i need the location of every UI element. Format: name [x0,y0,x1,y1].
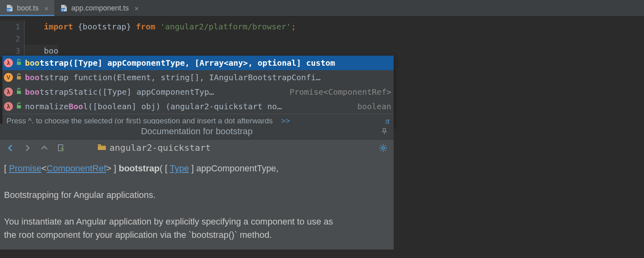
documentation-body: [ Promise<ComponentRef> ] bootstrap( [ T… [0,156,394,250]
completion-signature: normalizeBool([boolean] obj) (angular2-q… [25,102,346,111]
lambda-icon: λ [4,102,13,111]
documentation-title: Documentation for bootstrap [141,126,253,136]
completion-item-normalizebool[interactable]: λ normalizeBool([boolean] obj) (angular2… [2,99,394,114]
documentation-path: angular2-quickstart [109,143,211,153]
tab-app-component-ts[interactable]: TS app.component.ts × [54,0,144,16]
tab-bar: TS boot.ts × TS app.component.ts × [0,0,644,17]
link-promise[interactable]: Promise [9,163,41,173]
back-icon[interactable] [6,143,15,153]
code-line-3[interactable]: boo [24,45,58,57]
code-editor[interactable]: 1 import {bootstrap} from 'angular2/plat… [0,17,644,57]
completion-return-type: boolean [349,102,391,111]
completion-popup: λ bootstrap([Type] appComponentType, [Ar… [2,56,394,128]
unlock-icon [16,59,22,67]
unlock-icon [16,88,22,96]
up-icon[interactable] [39,143,49,153]
close-icon[interactable]: × [44,4,49,12]
link-type[interactable]: Type [170,163,189,173]
documentation-signature: [ Promise<ComponentRef> ] bootstrap( [ T… [4,162,390,175]
documentation-title-bar: Documentation for bootstrap [0,124,394,139]
completion-signature: bootstrap([Type] appComponentType, [Arra… [25,58,391,68]
documentation-location[interactable]: angular2-quickstart [97,143,211,153]
tab-label: app.component.ts [71,4,129,12]
link-componentref[interactable]: ComponentRef [47,163,106,173]
completion-item-bootstrap[interactable]: λ bootstrap([Type] appComponentType, [Ar… [2,56,394,70]
gutter-line-3: 3 [0,45,24,57]
folder-icon [97,143,106,153]
forward-icon[interactable] [23,143,32,153]
code-line-2[interactable] [24,33,44,45]
pin-icon[interactable] [381,127,388,137]
gutter-line-2: 2 [0,33,24,45]
completion-return-type: Promise<ComponentRef> [281,87,391,97]
svg-text:TS: TS [7,8,12,12]
lambda-icon: λ [4,87,13,96]
documentation-panel: Documentation for bootstrap angular2-qui… [0,124,394,250]
edit-source-icon[interactable] [56,143,66,153]
tab-label: boot.ts [17,4,39,12]
svg-rect-8 [58,145,63,151]
svg-text:TS: TS [61,8,66,12]
lambda-icon: λ [4,58,13,67]
svg-rect-4 [17,62,21,65]
completion-signature: bootstrap function(Element, string[], IA… [25,73,391,82]
gear-icon[interactable] [378,143,388,153]
tab-boot-ts[interactable]: TS boot.ts × [0,0,54,16]
typescript-file-icon: TS [6,4,14,12]
close-icon[interactable]: × [134,4,139,12]
unlock-icon [16,102,22,110]
completion-signature: bootstrapStatic([Type] appComponentTyp… [25,87,278,97]
svg-point-9 [382,147,384,149]
code-line-1[interactable]: import {bootstrap} from 'angular2/platfo… [24,21,296,33]
completion-item-bootstrap-fn[interactable]: V bootstrap function(Element, string[], … [2,70,394,85]
typescript-file-icon: TS [60,4,68,12]
unlock-icon [16,73,22,81]
completion-item-bootstrapstatic[interactable]: λ bootstrapStatic([Type] appComponentTyp… [2,85,394,99]
variable-icon: V [4,73,13,82]
gutter-line-1: 1 [0,21,24,33]
documentation-paragraph: You instantiate an Angular application b… [4,215,338,241]
svg-rect-7 [17,105,21,108]
svg-rect-5 [17,76,21,79]
documentation-paragraph: Bootstrapping for Angular applications. [4,188,390,202]
svg-rect-6 [17,91,21,94]
documentation-toolbar: angular2-quickstart [0,139,394,156]
